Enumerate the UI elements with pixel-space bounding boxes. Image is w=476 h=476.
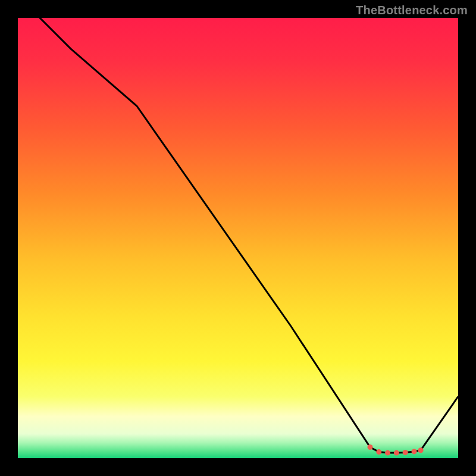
data-curve [18,18,458,453]
marker-point [376,449,381,455]
marker-point [412,449,417,454]
marker-point [368,444,373,450]
watermark-text: TheBottleneck.com [356,4,468,17]
marker-point [385,450,390,456]
chart-overlay [18,18,458,458]
marker-point [418,447,424,453]
marker-point [403,450,408,455]
chart-frame: TheBottleneck.com [0,0,476,476]
plot-area [18,18,458,458]
marker-point [394,450,399,456]
